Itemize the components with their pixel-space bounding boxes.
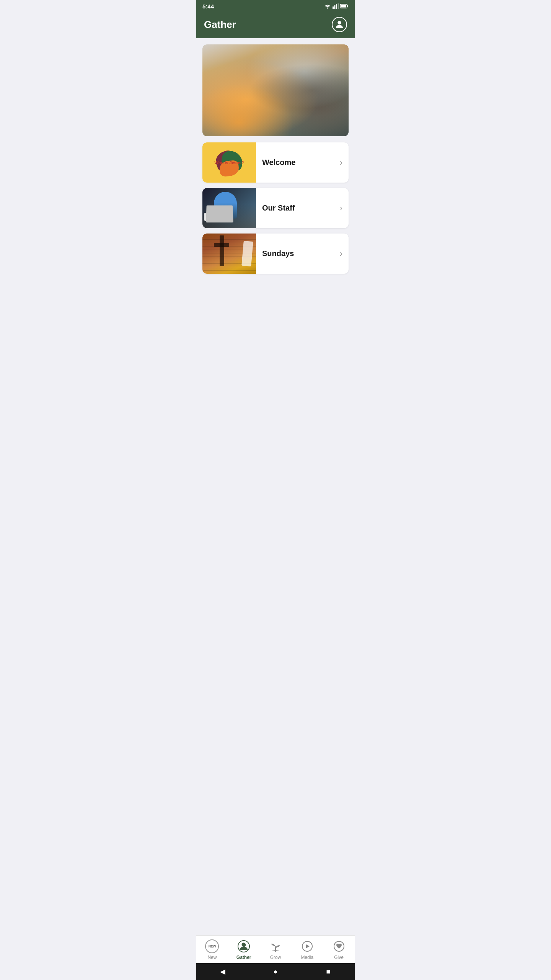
staff-chevron-icon: › — [340, 203, 342, 213]
svg-point-6 — [337, 21, 341, 24]
welcome-chevron-icon: › — [340, 158, 342, 168]
hero-overlay — [202, 44, 349, 136]
staff-image — [202, 188, 256, 228]
hero-image-bg — [202, 44, 349, 136]
hero-image — [202, 44, 349, 136]
profile-icon — [334, 19, 345, 30]
welcome-splash: Who is Jesus? — [210, 149, 248, 176]
signal-icon — [333, 3, 339, 9]
welcome-item-content: Welcome › — [256, 158, 349, 168]
welcome-menu-item[interactable]: Who is Jesus? Welcome › — [202, 142, 349, 183]
sundays-menu-item[interactable]: Sundays › — [202, 234, 349, 274]
wifi-icon — [324, 3, 331, 9]
app-header: Gather — [196, 12, 355, 38]
sundays-label: Sundays — [262, 249, 294, 258]
svg-rect-1 — [334, 5, 336, 9]
status-time: 5:44 — [202, 3, 214, 10]
app-title: Gather — [204, 19, 236, 31]
profile-button[interactable] — [332, 17, 347, 32]
svg-rect-0 — [333, 7, 334, 9]
sundays-item-content: Sundays › — [256, 249, 349, 259]
staff-item-content: Our Staff › — [256, 203, 349, 213]
svg-rect-2 — [336, 4, 337, 9]
main-content: Who is Jesus? Welcome › Our Staff — [196, 38, 355, 310]
svg-rect-3 — [338, 3, 339, 9]
status-icons — [324, 3, 349, 9]
battery-icon — [340, 4, 349, 8]
sundays-chevron-icon: › — [340, 249, 342, 259]
sundays-image — [202, 234, 256, 274]
staff-menu-item[interactable]: Our Staff › — [202, 188, 349, 228]
status-bar: 5:44 — [196, 0, 355, 12]
svg-rect-5 — [341, 5, 346, 8]
welcome-image-text: Who is Jesus? — [214, 160, 244, 165]
staff-label: Our Staff — [262, 204, 295, 212]
welcome-image: Who is Jesus? — [202, 142, 256, 183]
welcome-label: Welcome — [262, 158, 295, 167]
